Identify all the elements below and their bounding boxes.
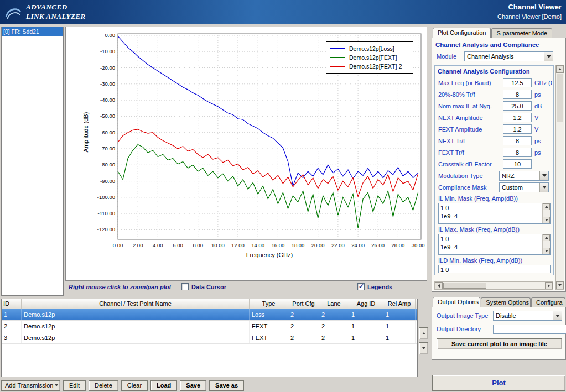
svg-text:0.00: 0.00	[105, 32, 116, 38]
table-row-1[interactable]: 1 Demo.s12p Loss 2 2 1 1	[2, 309, 417, 321]
logo-text: ADVANCED LINK ANALYZER	[26, 3, 86, 22]
save-button[interactable]: Save	[180, 380, 206, 391]
table-scroll-down-button[interactable]	[419, 342, 428, 354]
tr-f-input[interactable]	[503, 90, 532, 99]
modulation-type-combo[interactable]: NRZ	[499, 171, 549, 181]
compliance-mask-label: Compliance Mask	[438, 184, 499, 191]
scrollbar-thumb[interactable]	[557, 74, 563, 122]
delete-button[interactable]: Delete	[89, 380, 118, 391]
tab-system-options[interactable]: System Options	[481, 297, 531, 307]
scroll-up-icon[interactable]	[556, 65, 564, 73]
tab-configuration[interactable]: Configura	[531, 297, 565, 307]
field-fext-amplitude: FEXT Amplitude V	[437, 123, 552, 135]
table-scroll-up-button[interactable]	[419, 327, 428, 339]
output-options-panel: Output Image Type Disable Output Directo…	[432, 307, 566, 360]
ild-min-mask-editor[interactable]: 1 0	[438, 265, 551, 273]
scroll-down-icon[interactable]	[556, 281, 564, 289]
field-label: FEXT Tr/f	[438, 149, 503, 156]
output-directory-input[interactable]	[493, 325, 566, 334]
data-cursor-checkbox[interactable]	[181, 283, 189, 290]
data-cursor-label: Data Cursor	[191, 284, 226, 290]
fext-tr-f-input[interactable]	[503, 148, 532, 157]
nom-max-il-input[interactable]	[503, 101, 532, 111]
header-titles: Channel Viewer Channel Viewer [Demo]	[497, 3, 562, 20]
output-image-type-label: Output Image Type	[437, 312, 490, 319]
scroll-down-icon[interactable]	[543, 248, 550, 254]
field-next-tr-f: NEXT Tr/f ps	[437, 135, 552, 147]
next-amplitude-input[interactable]	[503, 113, 532, 122]
edit-button[interactable]: Edit	[63, 380, 86, 391]
svg-text:6.00: 6.00	[173, 242, 183, 248]
cell-id: 3	[2, 332, 22, 343]
output-image-type-row: Output Image Type Disable	[432, 307, 565, 321]
svg-text:30.00: 30.00	[412, 242, 425, 248]
svg-text:24.00: 24.00	[351, 242, 365, 248]
config-horizontal-scrollbar[interactable]	[434, 281, 553, 290]
table-row-2[interactable]: 2 Demo.s12p FEXT 2 2 1 1	[2, 321, 417, 332]
il-min-mask-text[interactable]: 1 0 1e9 -4	[439, 203, 542, 223]
fext-amplitude-input[interactable]	[503, 124, 532, 134]
cell-port-cfg: 2	[288, 332, 319, 343]
compliance-mask-combo[interactable]: Custom	[499, 182, 549, 192]
il-max-mask-editor[interactable]: 1 0 1e9 -4	[438, 234, 551, 255]
il-min-mask-label: IL Min. Mask (Freq, Amp(dB))	[437, 193, 552, 203]
tab-output-options[interactable]: Output Options	[433, 297, 480, 307]
channel-list-item-sdd21[interactable]: [0] FR: Sdd21	[2, 27, 63, 36]
chevron-down-icon[interactable]	[539, 183, 548, 192]
plot-button[interactable]: Plot	[432, 375, 565, 391]
chevron-down-icon[interactable]	[539, 171, 548, 180]
column-header-port-cfg[interactable]: Port Cfg	[288, 299, 319, 309]
field-label: Max Freq (or Baud)	[438, 80, 503, 86]
chevron-down-icon[interactable]	[553, 311, 562, 320]
svg-text:-20.00: -20.00	[100, 65, 115, 71]
crosstalk-factor-input[interactable]	[503, 159, 532, 169]
cell-type: FEXT	[250, 321, 288, 332]
scroll-right-icon[interactable]	[545, 282, 553, 289]
module-combo[interactable]: Channel Analysis	[464, 51, 553, 61]
config-vertical-scrollbar[interactable]	[555, 65, 564, 290]
logo-line2: LINK ANALYZER	[26, 12, 86, 22]
scrollbar-thumb[interactable]	[443, 283, 486, 289]
section-title: Channel Analysis and Compliance	[432, 38, 565, 50]
add-transmission-dropdown[interactable]: Add Transmission	[1, 380, 60, 391]
field-unit: V	[532, 126, 552, 133]
cell-rel-amp: 1	[383, 332, 416, 343]
save-plot-image-button[interactable]: Save current plot to an image file	[437, 338, 562, 349]
plot-panel[interactable]: 0.002.004.006.008.0010.0012.0014.0016.00…	[65, 27, 427, 281]
max-freq-input[interactable]	[503, 78, 532, 87]
scroll-left-icon[interactable]	[435, 282, 443, 289]
zoom-hint-text: Right mouse click to zoom/pan plot	[69, 284, 171, 290]
field-label: 20%-80% Tr/f	[438, 91, 503, 98]
next-tr-f-input[interactable]	[503, 136, 532, 145]
cell-type: Loss	[250, 309, 288, 320]
chevron-down-icon[interactable]	[544, 52, 553, 61]
scroll-down-icon[interactable]	[543, 217, 550, 223]
il-min-mask-scrollbar[interactable]	[542, 203, 550, 223]
cell-agg-id: 1	[349, 321, 383, 332]
chevron-down-icon	[55, 384, 58, 386]
column-header-id[interactable]: ID	[2, 299, 22, 309]
column-header-rel-amp[interactable]: Rel Amp	[383, 299, 416, 309]
load-button[interactable]: Load	[150, 380, 177, 391]
column-header-type[interactable]: Type	[250, 299, 288, 309]
il-max-mask-text[interactable]: 1 0 1e9 -4	[439, 234, 542, 254]
il-max-mask-scrollbar[interactable]	[542, 234, 550, 254]
scroll-up-icon[interactable]	[543, 203, 550, 210]
table-row-3[interactable]: 3 Demo.s12p FEXT 2 2 1 1	[2, 332, 417, 344]
tab-s-parameter-mode[interactable]: S-parameter Mode	[491, 28, 552, 38]
column-header-name[interactable]: Channel / Test Point Name	[22, 299, 250, 309]
legends-checkbox[interactable]	[357, 283, 365, 290]
clear-button[interactable]: Clear	[121, 380, 148, 391]
il-min-mask-editor[interactable]: 1 0 1e9 -4	[438, 203, 551, 224]
logo: ADVANCED LINK ANALYZER	[4, 3, 86, 22]
tab-plot-configuration[interactable]: Plot Configuration	[433, 28, 491, 38]
column-header-agg-id[interactable]: Agg ID	[349, 299, 383, 309]
save-as-button[interactable]: Save as	[209, 380, 244, 391]
column-header-lane[interactable]: Lane	[319, 299, 349, 309]
scroll-up-icon[interactable]	[543, 234, 550, 241]
svg-text:12.00: 12.00	[231, 242, 245, 248]
plot-hint-row: Right mouse click to zoom/pan plot Data …	[65, 282, 427, 293]
ild-min-mask-text[interactable]: 1 0	[439, 265, 550, 273]
output-image-type-combo[interactable]: Disable	[493, 311, 562, 321]
legend-label-fext2: Demo.s12p[FEXT]-2	[349, 63, 402, 70]
